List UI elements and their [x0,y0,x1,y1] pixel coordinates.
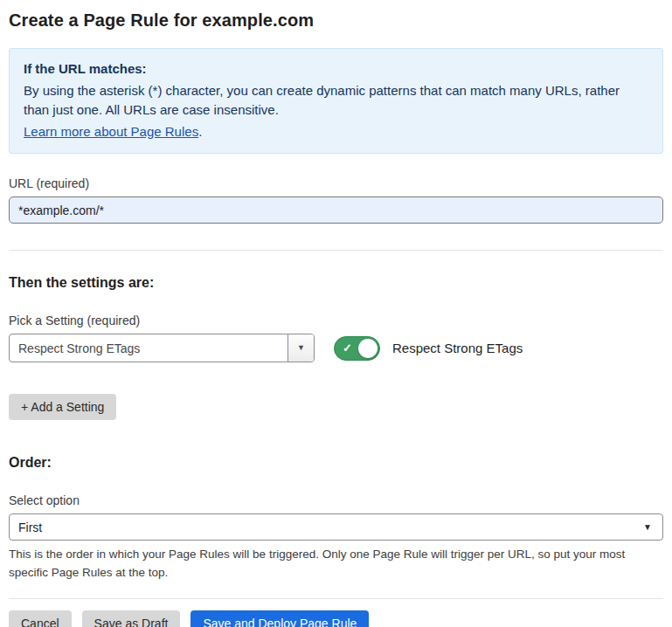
setting-select-value: Respect Strong ETags [10,334,288,362]
save-deploy-button[interactable]: Save and Deploy Page Rule [191,610,369,627]
chevron-down-icon: ▼ [643,523,652,532]
order-select-label: Select option [9,493,663,507]
cancel-button[interactable]: Cancel [9,610,72,627]
add-setting-button[interactable]: + Add a Setting [9,394,116,420]
divider [9,250,663,251]
page-rules-link[interactable]: Learn more about Page Rules [24,124,198,139]
divider [9,598,663,599]
info-box-heading: If the URL matches: [24,59,648,79]
url-match-info-box: If the URL matches: By using the asteris… [9,48,663,154]
info-box-body: By using the asterisk (*) character, you… [24,81,648,121]
order-help-text: This is the order in which your Page Rul… [9,546,663,582]
chevron-down-icon: ▼ [297,344,305,352]
page-rule-form: Create a Page Rule for example.com If th… [0,0,672,627]
etags-toggle[interactable]: ✓ [334,336,380,361]
link-period: . [198,124,202,139]
check-icon: ✓ [343,341,352,356]
footer-actions: Cancel Save as Draft Save and Deploy Pag… [9,610,663,627]
settings-heading: Then the settings are: [9,275,663,291]
save-draft-button[interactable]: Save as Draft [82,610,181,627]
info-box-link-line: Learn more about Page Rules. [24,122,648,142]
setting-select-dropdown-button[interactable]: ▼ [288,334,314,362]
order-heading: Order: [9,455,663,471]
page-title: Create a Page Rule for example.com [9,10,663,31]
toggle-knob [358,339,378,358]
order-select[interactable]: First ▼ [9,513,663,541]
url-label: URL (required) [9,176,663,190]
setting-row: Respect Strong ETags ▼ ✓ Respect Strong … [9,334,663,362]
pick-setting-label: Pick a Setting (required) [9,314,663,327]
etags-toggle-label: Respect Strong ETags [392,341,523,355]
order-select-value: First [18,520,42,534]
setting-select[interactable]: Respect Strong ETags ▼ [9,334,315,362]
url-input[interactable] [9,196,663,224]
